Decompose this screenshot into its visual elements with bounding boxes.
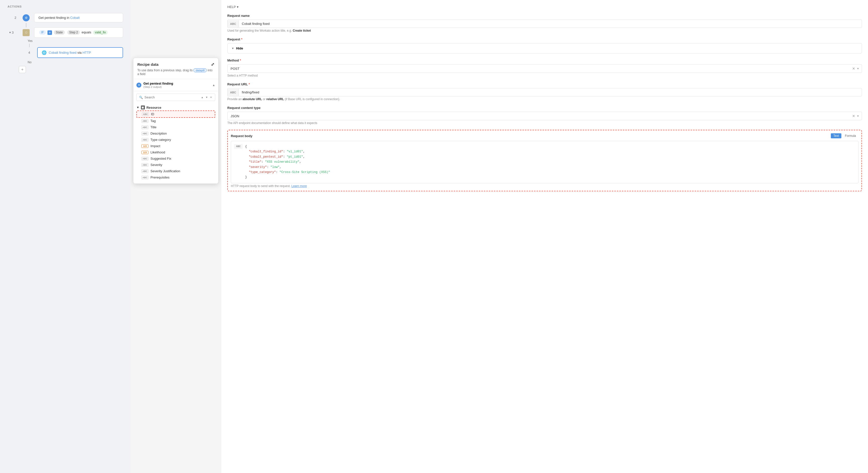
severity-type-badge: ABC: [142, 163, 149, 167]
severity-justification-type-badge: ABC: [142, 169, 149, 173]
step-2-content: ⚙ Get pentest finding in Cobalt: [23, 13, 123, 22]
step-4-http-link[interactable]: HTTP: [82, 51, 91, 55]
request-name-label: Request name: [227, 14, 862, 18]
data-item-id[interactable]: ABC ID: [136, 111, 215, 118]
search-box: 🔍 ▲ ▼ ✕: [136, 94, 215, 101]
description-label: Description: [150, 131, 167, 135]
data-item-tag[interactable]: ABC Tag: [136, 118, 215, 124]
severity-justification-label: Severity Justification: [150, 169, 180, 173]
likelihood-type-badge: 123: [142, 151, 149, 154]
suggested-fix-type-badge: ABC: [142, 157, 149, 160]
hide-section-header[interactable]: ▼ Hide: [227, 43, 862, 53]
method-group: Method * POST ✕ ▾ Select a HTTP method: [227, 59, 862, 77]
text-formula-tabs: Text Formula: [831, 133, 859, 138]
yes-label: Yes: [28, 39, 123, 43]
source-collapse-icon: ▲: [212, 83, 215, 87]
step-2-number: 2: [9, 16, 16, 20]
method-hint: Select a HTTP method: [227, 74, 862, 77]
url-hint: Provide an absolute URL or relative URL …: [227, 97, 862, 101]
learn-more-link[interactable]: Learn more: [291, 184, 307, 188]
equals-text: equals: [82, 30, 92, 34]
code-content[interactable]: { "cobalt_finding_id": "vl_id01", "cobal…: [245, 144, 855, 180]
create-ticket-link[interactable]: Create ticket: [293, 29, 311, 32]
severity-label: Severity: [150, 163, 162, 167]
help-bar[interactable]: HELP ▾: [227, 5, 862, 9]
method-dropdown-icon[interactable]: ▾: [857, 67, 859, 70]
step-2-link[interactable]: Cobalt: [70, 16, 80, 20]
request-name-group: Request name ABC Cobalt finding fixed Us…: [227, 14, 862, 32]
step-3-icon: ⬡: [23, 29, 30, 36]
step-2-icon: ⚙: [23, 14, 30, 21]
id-type-badge: ABC: [142, 113, 149, 116]
data-item-impact[interactable]: 123 Impact: [136, 143, 215, 149]
title-type-badge: ABC: [142, 126, 149, 129]
search-prev-button[interactable]: ▲: [200, 95, 204, 99]
step-2-col: 2: [7, 16, 20, 20]
content-type-dropdown-icon[interactable]: ▾: [857, 114, 859, 118]
method-label: Method *: [227, 59, 862, 62]
description-type-badge: ABC: [142, 132, 149, 135]
step-2-label: Get pentest finding in: [38, 16, 70, 20]
method-required-star: *: [240, 59, 241, 62]
tag-label: Tag: [150, 119, 156, 123]
data-item-likelihood[interactable]: 123 Likelihood: [136, 149, 215, 155]
prerequisites-type-badge: ABC: [142, 176, 149, 179]
request-url-field[interactable]: ABC finding/fixed: [227, 88, 862, 96]
request-collapsible: ▼ Hide: [227, 43, 862, 54]
request-label: Request *: [227, 37, 862, 41]
method-select[interactable]: POST ✕ ▾: [227, 64, 862, 73]
content-type-clear-button[interactable]: ✕: [852, 114, 855, 118]
step-4-label: Cobalt finding fixed via HTTP: [49, 51, 91, 55]
data-item-severity[interactable]: ABC Severity: [136, 162, 215, 168]
workflow-canvas: ACTIONS 2 ⚙ Get pentest finding in Cobal…: [0, 0, 131, 473]
request-name-field[interactable]: ABC Cobalt finding fixed: [227, 20, 862, 28]
data-item-suggested-fix[interactable]: ABC Suggested Fix: [136, 155, 215, 162]
request-body-section: Request body Text Formula ABC { "cobalt_…: [227, 130, 862, 191]
body-hint: HTTP request body to send with the reque…: [231, 184, 859, 188]
method-clear-button[interactable]: ✕: [852, 66, 855, 70]
search-nav: ▲ ▼ ✕: [200, 95, 213, 99]
impact-type-badge: 123: [142, 145, 149, 148]
request-url-label: Request URL *: [227, 82, 862, 86]
request-required-star: *: [241, 37, 242, 41]
search-close-button[interactable]: ✕: [210, 95, 213, 99]
url-value: finding/fixed: [239, 88, 862, 96]
step-4-title: Cobalt finding fixed: [49, 51, 76, 55]
data-item-description[interactable]: ABC Description: [136, 130, 215, 136]
data-item-severity-justification[interactable]: ABC Severity Justification: [136, 168, 215, 174]
step-4-card[interactable]: 🌐 Cobalt finding fixed via HTTP: [37, 47, 123, 58]
datapill-example: datapill: [193, 68, 207, 72]
add-step-button[interactable]: +: [19, 66, 26, 73]
code-editor[interactable]: ABC { "cobalt_finding_id": "vl_id01", "c…: [231, 141, 859, 183]
if-badge: IF: [39, 30, 46, 35]
formula-tab-button[interactable]: Formula: [842, 133, 859, 138]
step-4-number: 4: [23, 51, 30, 55]
data-item-title[interactable]: ABC Title: [136, 124, 215, 130]
recipe-header: Recipe data ⤢ To use data from a previou…: [133, 58, 218, 79]
no-label: No: [28, 61, 123, 64]
resource-icon: ▦: [141, 105, 145, 109]
resource-section-header[interactable]: ▼ ▦ Resource: [136, 103, 215, 111]
source-subtitle: (Step 2 output): [144, 85, 173, 88]
step-2-card[interactable]: Get pentest finding in Cobalt: [34, 13, 123, 22]
data-item-type-category[interactable]: ABC Type category: [136, 136, 215, 143]
config-panel: HELP ▾ Request name ABC Cobalt finding f…: [221, 0, 868, 473]
request-body-header: Request body Text Formula: [231, 133, 859, 138]
step-3-card[interactable]: IF ⚙ State Step 2 equals valid_fix: [34, 27, 123, 38]
source-item[interactable]: ⚙ Get pentest finding (Step 2 output) ▲: [133, 79, 218, 91]
resize-icon[interactable]: ⤢: [211, 62, 214, 67]
request-name-hint: Used for generating the Workato action t…: [227, 29, 862, 32]
code-prefix: ABC: [234, 144, 243, 149]
help-chevron-icon: ▾: [237, 5, 239, 9]
search-next-button[interactable]: ▼: [205, 95, 209, 99]
suggested-fix-label: Suggested Fix: [150, 157, 171, 160]
collapse-arrow-icon: ▼: [231, 47, 234, 50]
search-input[interactable]: [145, 95, 199, 99]
data-item-prerequisites[interactable]: ABC Prerequisites: [136, 174, 215, 181]
content-type-select[interactable]: JSON ✕ ▾: [227, 112, 862, 120]
text-tab-button[interactable]: Text: [831, 133, 841, 138]
request-group: Request * ▼ Hide: [227, 37, 862, 54]
step-3-row: ▼ 3 ⬡ IF ⚙ State Step 2 equals valid_fix: [7, 27, 123, 38]
step-4-content: 4 🌐 Cobalt finding fixed via HTTP: [23, 47, 123, 58]
type-category-label: Type category: [150, 138, 171, 141]
